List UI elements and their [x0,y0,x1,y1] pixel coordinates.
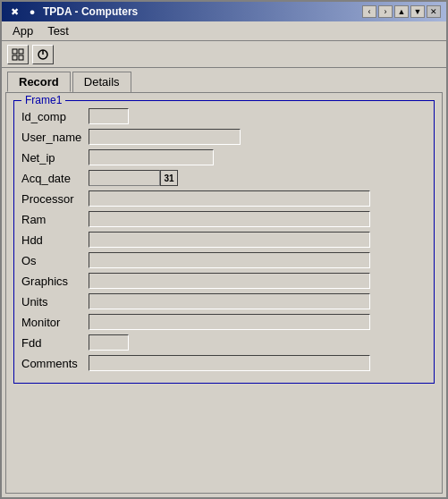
tab-details[interactable]: Details [72,72,131,92]
label-id-comp: Id_comp [21,110,89,123]
field-row-hdd: Hdd [21,232,427,248]
power-button[interactable] [32,45,54,64]
close-circle-icon[interactable]: ● [25,4,39,19]
label-user-name: User_name [21,131,89,144]
label-ram: Ram [21,213,89,226]
input-fdd[interactable] [89,334,129,351]
field-row-comments: Comments [21,355,427,371]
label-graphics: Graphics [21,275,89,288]
svg-rect-0 [13,49,17,54]
label-hdd: Hdd [21,233,89,247]
field-row-monitor: Monitor [21,314,427,330]
input-ram[interactable] [89,211,370,227]
grid-button[interactable] [7,45,29,64]
close-button[interactable]: ✕ [427,5,441,18]
menu-app[interactable]: App [5,22,40,39]
menu-test[interactable]: Test [40,22,76,39]
power-icon [37,48,49,61]
input-id-comp[interactable] [89,108,129,124]
toolbar [2,41,446,68]
svg-rect-1 [19,49,23,54]
label-monitor: Monitor [21,316,89,329]
input-monitor[interactable] [89,314,370,330]
frame-legend: Frame1 [21,94,65,106]
input-acq-date[interactable] [89,170,160,186]
tab-content-record: Frame1 Id_comp User_name Net_ip Acq_date [5,92,443,494]
nav-down-button[interactable]: ▼ [410,5,425,18]
nav-up-button[interactable]: ▲ [394,5,409,18]
field-row-acq-date: Acq_date 31 [21,170,427,186]
input-user-name[interactable] [89,129,241,145]
input-units[interactable] [89,293,370,309]
nav-controls: ‹ › ▲ ▼ [362,5,425,18]
app-icon: ✖ [7,4,21,19]
field-row-os: Os [21,252,427,268]
field-row-id-comp: Id_comp [21,108,427,124]
frame1: Frame1 Id_comp User_name Net_ip Acq_date [13,100,435,384]
label-comments: Comments [21,357,89,370]
svg-rect-3 [19,55,23,60]
window-title: TPDA - Computers [43,5,138,18]
field-row-processor: Processor [21,190,427,207]
label-units: Units [21,295,89,309]
title-bar-left: ✖ ● TPDA - Computers [7,4,138,19]
date-wrapper: 31 [89,170,178,186]
input-processor[interactable] [89,190,370,207]
grid-icon [12,48,24,61]
tabs-bar: Record Details [2,68,446,92]
svg-rect-2 [13,55,17,60]
field-row-ram: Ram [21,211,427,227]
tab-record[interactable]: Record [7,72,71,92]
input-net-ip[interactable] [89,149,214,165]
input-hdd[interactable] [89,232,370,248]
label-net-ip: Net_ip [21,151,89,165]
title-controls: ‹ › ▲ ▼ ✕ [362,5,441,18]
main-window: ✖ ● TPDA - Computers ‹ › ▲ ▼ ✕ App Test [0,0,448,499]
input-os[interactable] [89,252,370,268]
nav-prev-button[interactable]: ‹ [362,5,376,18]
field-row-net-ip: Net_ip [21,149,427,165]
menu-bar: App Test [2,21,446,41]
label-acq-date: Acq_date [21,172,89,185]
nav-next-button[interactable]: › [378,5,393,18]
input-graphics[interactable] [89,273,370,289]
field-row-graphics: Graphics [21,273,427,289]
label-fdd: Fdd [21,336,89,350]
label-processor: Processor [21,192,89,206]
field-row-units: Units [21,293,427,309]
label-os: Os [21,254,89,267]
field-row-fdd: Fdd [21,334,427,351]
calendar-button[interactable]: 31 [160,170,178,186]
field-row-user-name: User_name [21,129,427,145]
input-comments[interactable] [89,355,370,371]
title-bar: ✖ ● TPDA - Computers ‹ › ▲ ▼ ✕ [2,2,446,21]
